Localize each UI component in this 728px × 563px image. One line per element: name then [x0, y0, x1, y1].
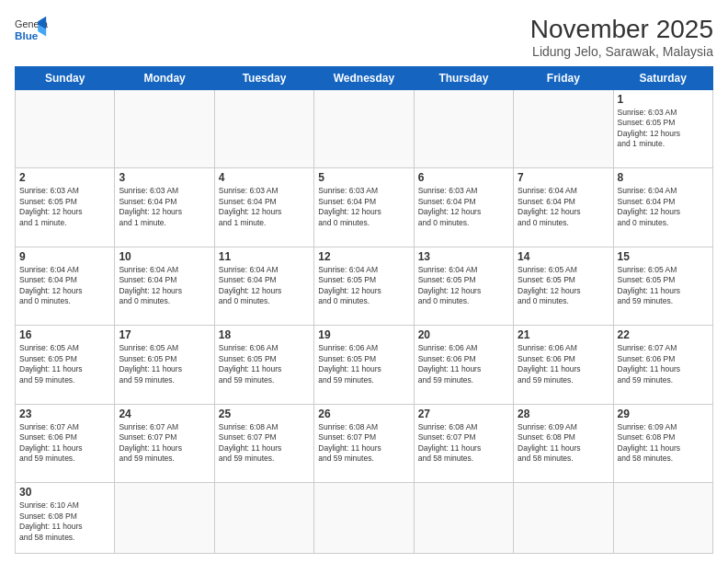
calendar-week-row: 30Sunrise: 6:10 AM Sunset: 6:08 PM Dayli…: [16, 483, 713, 554]
calendar-cell: 18Sunrise: 6:06 AM Sunset: 6:05 PM Dayli…: [214, 326, 313, 404]
day-number: 12: [318, 250, 409, 263]
calendar-cell: 1Sunrise: 6:03 AM Sunset: 6:05 PM Daylig…: [613, 90, 712, 168]
day-number: 14: [518, 250, 609, 263]
day-info: Sunrise: 6:03 AM Sunset: 6:04 PM Dayligh…: [318, 186, 409, 228]
weekday-header: Wednesday: [314, 67, 414, 90]
calendar-week-row: 9Sunrise: 6:04 AM Sunset: 6:04 PM Daylig…: [16, 247, 713, 325]
day-number: 25: [219, 408, 310, 420]
weekday-header: Friday: [514, 67, 613, 90]
day-info: Sunrise: 6:03 AM Sunset: 6:05 PM Dayligh…: [19, 186, 110, 228]
svg-text:Blue: Blue: [15, 29, 39, 41]
calendar-cell: 30Sunrise: 6:10 AM Sunset: 6:08 PM Dayli…: [16, 483, 115, 554]
day-info: Sunrise: 6:03 AM Sunset: 6:04 PM Dayligh…: [418, 186, 509, 228]
calendar-week-row: 1Sunrise: 6:03 AM Sunset: 6:05 PM Daylig…: [16, 90, 713, 168]
day-number: 29: [618, 408, 709, 420]
weekday-header: Tuesday: [214, 67, 313, 90]
day-number: 9: [19, 250, 110, 263]
month-title: November 2025: [530, 15, 713, 44]
day-number: 30: [19, 486, 110, 499]
day-info: Sunrise: 6:04 AM Sunset: 6:05 PM Dayligh…: [418, 265, 509, 307]
day-info: Sunrise: 6:07 AM Sunset: 6:06 PM Dayligh…: [19, 422, 110, 465]
calendar-cell: 26Sunrise: 6:08 AM Sunset: 6:07 PM Dayli…: [314, 404, 414, 482]
day-info: Sunrise: 6:08 AM Sunset: 6:07 PM Dayligh…: [318, 422, 409, 465]
day-info: Sunrise: 6:08 AM Sunset: 6:07 PM Dayligh…: [418, 422, 509, 465]
day-info: Sunrise: 6:03 AM Sunset: 6:05 PM Dayligh…: [618, 108, 709, 150]
page: General Blue November 2025 Lidung Jelo, …: [0, 0, 728, 563]
calendar-cell: [613, 483, 712, 554]
calendar-cell: 3Sunrise: 6:03 AM Sunset: 6:04 PM Daylig…: [115, 168, 214, 247]
day-number: 6: [418, 171, 509, 184]
calendar-cell: 14Sunrise: 6:05 AM Sunset: 6:05 PM Dayli…: [514, 247, 613, 325]
calendar-cell: 20Sunrise: 6:06 AM Sunset: 6:06 PM Dayli…: [414, 326, 513, 404]
day-info: Sunrise: 6:06 AM Sunset: 6:05 PM Dayligh…: [318, 343, 409, 385]
calendar-cell: [314, 90, 414, 168]
weekday-header: Monday: [115, 67, 214, 90]
day-number: 28: [518, 408, 609, 420]
day-info: Sunrise: 6:09 AM Sunset: 6:08 PM Dayligh…: [618, 422, 709, 465]
calendar-cell: 22Sunrise: 6:07 AM Sunset: 6:06 PM Dayli…: [613, 326, 712, 404]
calendar-cell: [16, 90, 115, 168]
day-info: Sunrise: 6:05 AM Sunset: 6:05 PM Dayligh…: [618, 265, 709, 307]
calendar-cell: 15Sunrise: 6:05 AM Sunset: 6:05 PM Dayli…: [613, 247, 712, 325]
day-info: Sunrise: 6:04 AM Sunset: 6:04 PM Dayligh…: [119, 265, 210, 307]
location: Lidung Jelo, Sarawak, Malaysia: [530, 44, 713, 59]
day-number: 15: [618, 250, 709, 263]
calendar-cell: 21Sunrise: 6:06 AM Sunset: 6:06 PM Dayli…: [514, 326, 613, 404]
calendar-cell: 9Sunrise: 6:04 AM Sunset: 6:04 PM Daylig…: [16, 247, 115, 325]
day-number: 5: [318, 171, 409, 184]
day-number: 11: [219, 250, 310, 263]
calendar-cell: [414, 90, 513, 168]
day-info: Sunrise: 6:04 AM Sunset: 6:04 PM Dayligh…: [618, 186, 709, 228]
calendar-cell: 27Sunrise: 6:08 AM Sunset: 6:07 PM Dayli…: [414, 404, 513, 482]
day-info: Sunrise: 6:09 AM Sunset: 6:08 PM Dayligh…: [518, 422, 609, 465]
day-number: 24: [119, 408, 210, 420]
day-number: 18: [219, 328, 310, 341]
calendar-cell: 24Sunrise: 6:07 AM Sunset: 6:07 PM Dayli…: [115, 404, 214, 482]
calendar-cell: [115, 90, 214, 168]
day-info: Sunrise: 6:06 AM Sunset: 6:05 PM Dayligh…: [219, 343, 310, 385]
day-info: Sunrise: 6:06 AM Sunset: 6:06 PM Dayligh…: [518, 343, 609, 385]
day-number: 26: [318, 408, 409, 420]
calendar-cell: 8Sunrise: 6:04 AM Sunset: 6:04 PM Daylig…: [613, 168, 712, 247]
calendar-cell: 7Sunrise: 6:04 AM Sunset: 6:04 PM Daylig…: [514, 168, 613, 247]
day-number: 23: [19, 408, 110, 420]
day-info: Sunrise: 6:05 AM Sunset: 6:05 PM Dayligh…: [518, 265, 609, 307]
logo: General Blue: [15, 15, 48, 48]
day-number: 27: [418, 408, 509, 420]
day-info: Sunrise: 6:10 AM Sunset: 6:08 PM Dayligh…: [19, 500, 110, 543]
calendar-cell: 11Sunrise: 6:04 AM Sunset: 6:04 PM Dayli…: [214, 247, 313, 325]
header: General Blue November 2025 Lidung Jelo, …: [15, 15, 713, 59]
calendar-cell: 28Sunrise: 6:09 AM Sunset: 6:08 PM Dayli…: [514, 404, 613, 482]
calendar-cell: [214, 90, 313, 168]
day-info: Sunrise: 6:04 AM Sunset: 6:05 PM Dayligh…: [318, 265, 409, 307]
calendar-cell: 25Sunrise: 6:08 AM Sunset: 6:07 PM Dayli…: [214, 404, 313, 482]
day-info: Sunrise: 6:06 AM Sunset: 6:06 PM Dayligh…: [418, 343, 509, 385]
day-info: Sunrise: 6:04 AM Sunset: 6:04 PM Dayligh…: [518, 186, 609, 228]
calendar-week-row: 16Sunrise: 6:05 AM Sunset: 6:05 PM Dayli…: [16, 326, 713, 404]
logo-icon: General Blue: [15, 15, 48, 48]
day-number: 1: [618, 93, 709, 106]
calendar-header-row: SundayMondayTuesdayWednesdayThursdayFrid…: [16, 67, 713, 90]
calendar-cell: 29Sunrise: 6:09 AM Sunset: 6:08 PM Dayli…: [613, 404, 712, 482]
day-info: Sunrise: 6:05 AM Sunset: 6:05 PM Dayligh…: [19, 343, 110, 385]
calendar-cell: 17Sunrise: 6:05 AM Sunset: 6:05 PM Dayli…: [115, 326, 214, 404]
weekday-header: Thursday: [414, 67, 513, 90]
day-number: 2: [19, 171, 110, 184]
day-info: Sunrise: 6:04 AM Sunset: 6:04 PM Dayligh…: [19, 265, 110, 307]
weekday-header: Sunday: [16, 67, 115, 90]
calendar-cell: 2Sunrise: 6:03 AM Sunset: 6:05 PM Daylig…: [16, 168, 115, 247]
day-info: Sunrise: 6:07 AM Sunset: 6:06 PM Dayligh…: [618, 343, 709, 385]
day-number: 20: [418, 328, 509, 341]
day-number: 21: [518, 328, 609, 341]
day-number: 22: [618, 328, 709, 341]
calendar-cell: 5Sunrise: 6:03 AM Sunset: 6:04 PM Daylig…: [314, 168, 414, 247]
day-info: Sunrise: 6:07 AM Sunset: 6:07 PM Dayligh…: [119, 422, 210, 465]
calendar-cell: 13Sunrise: 6:04 AM Sunset: 6:05 PM Dayli…: [414, 247, 513, 325]
day-number: 19: [318, 328, 409, 341]
day-number: 3: [119, 171, 210, 184]
calendar-cell: [214, 483, 313, 554]
day-info: Sunrise: 6:03 AM Sunset: 6:04 PM Dayligh…: [219, 186, 310, 228]
calendar-cell: 23Sunrise: 6:07 AM Sunset: 6:06 PM Dayli…: [16, 404, 115, 482]
calendar-cell: [414, 483, 513, 554]
calendar-cell: 10Sunrise: 6:04 AM Sunset: 6:04 PM Dayli…: [115, 247, 214, 325]
